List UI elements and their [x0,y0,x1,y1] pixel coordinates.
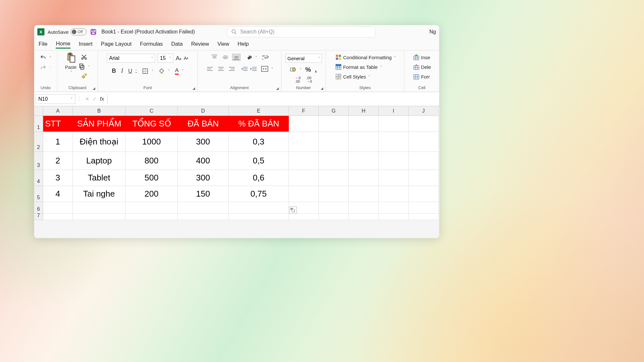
cell-E1[interactable]: % ĐÃ BÁN [229,116,289,132]
col-header-C[interactable]: C [126,106,178,116]
cell-J2[interactable] [409,132,439,152]
decrease-decimal-button[interactable]: .00→0 [307,76,312,83]
paste-button[interactable]: Paste ˅ [65,52,77,74]
increase-decimal-button[interactable]: ←0.00 [295,76,300,83]
copy-button[interactable]: ˅ [79,63,90,70]
col-header-I[interactable]: I [379,106,409,116]
cell-B5[interactable]: Tai nghe [73,186,126,202]
tab-review[interactable]: Review [191,41,209,48]
cell-D4[interactable]: 300 [178,170,229,186]
row-header-3[interactable]: 3 [34,152,43,170]
cell-B1[interactable]: SẢN PHẨM [73,116,126,132]
select-all-corner[interactable] [34,106,43,116]
cell-I1[interactable] [379,116,409,132]
row-header-1[interactable]: 1 [34,116,43,132]
cell-B3[interactable]: Laptop [73,152,126,170]
col-header-A[interactable]: A [43,106,73,116]
tab-view[interactable]: View [217,41,229,48]
row-header-7[interactable]: 7 [34,214,43,220]
cell-A4[interactable]: 3 [43,170,73,186]
cell-E5[interactable]: 0,75 [229,186,289,202]
cut-button[interactable] [81,54,87,60]
comma-format-button[interactable]: , [315,65,317,74]
cell-A5[interactable]: 4 [43,186,73,202]
tab-home[interactable]: Home [56,41,70,49]
increase-font-button[interactable]: A▴ [176,55,181,62]
alignment-dialog-launcher[interactable]: ◢ [275,86,280,90]
borders-button[interactable]: ˅ [142,68,153,74]
cell-G5[interactable] [319,186,349,202]
align-middle-button[interactable] [221,54,230,61]
cell-F2[interactable] [289,132,319,152]
row-header-2[interactable]: 2 [34,132,43,152]
cell-I6[interactable] [379,202,409,214]
cell-F7[interactable] [289,214,319,220]
cell-C5[interactable]: 200 [126,186,178,202]
cell-E4[interactable]: 0,6 [229,170,289,186]
increase-indent-button[interactable] [250,67,257,71]
font-dialog-launcher[interactable]: ◢ [192,86,196,90]
cell-G1[interactable] [319,116,349,132]
cell-I4[interactable] [379,170,409,186]
save-button[interactable] [90,28,97,35]
cancel-formula-button[interactable]: ✕ [85,96,89,102]
tab-formulas[interactable]: Formulas [140,41,163,48]
wrap-text-button[interactable]: abc [261,54,269,60]
clipboard-dialog-launcher[interactable]: ◢ [92,86,96,90]
col-header-B[interactable]: B [73,106,126,116]
row-header-6[interactable]: 6 [34,202,43,214]
cell-G7[interactable] [319,214,349,220]
italic-button[interactable]: I [121,68,123,74]
format-painter-button[interactable] [81,73,87,79]
insert-cells-button[interactable]: Inse [413,54,430,61]
font-size-select[interactable]: 15˅ [158,54,173,63]
align-top-button[interactable] [210,54,219,61]
formula-input[interactable] [107,94,439,104]
decrease-font-button[interactable]: A▾ [184,56,188,61]
cell-J5[interactable] [409,186,439,202]
row-header-4[interactable]: 4 [34,170,43,186]
align-center-button[interactable] [217,65,225,72]
cell-J6[interactable] [409,202,439,214]
cell-G2[interactable] [319,132,349,152]
cell-C7[interactable] [126,214,178,220]
cell-A1[interactable]: STT [43,116,73,132]
cell-D2[interactable]: 300 [178,132,229,152]
cell-C2[interactable]: 1000 [126,132,178,152]
percent-format-button[interactable]: % [305,66,311,73]
col-header-E[interactable]: E [229,106,289,116]
cell-E3[interactable]: 0,5 [229,152,289,170]
cell-J3[interactable] [409,152,439,170]
tab-insert[interactable]: Insert [79,41,93,48]
cell-J1[interactable] [409,116,439,132]
tab-file[interactable]: File [39,41,47,48]
fill-color-button[interactable]: ˅ [158,68,170,74]
font-color-button[interactable]: A˅ [175,67,183,75]
cell-B2[interactable]: Điện thoại [73,132,126,152]
cell-B6[interactable] [73,202,126,214]
decrease-indent-button[interactable] [241,67,248,71]
number-format-select[interactable]: General˅ [285,54,322,63]
cell-styles-button[interactable]: Cell Styles˅ [336,73,370,80]
cell-I7[interactable] [379,214,409,220]
cell-C3[interactable]: 800 [126,152,178,170]
accounting-format-button[interactable]: ˅ [290,67,301,72]
autosave-toggle[interactable]: AutoSave Off [48,28,87,35]
col-header-D[interactable]: D [178,106,229,116]
cell-I5[interactable] [379,186,409,202]
col-header-J[interactable]: J [409,106,439,116]
cell-A2[interactable]: 1 [43,132,73,152]
cell-D1[interactable]: ĐÃ BÁN [178,116,229,132]
cell-C6[interactable] [126,202,178,214]
cell-D5[interactable]: 150 [178,186,229,202]
search-input[interactable]: Search (Alt+Q) [227,26,375,37]
cell-H3[interactable] [349,152,379,170]
cell-B4[interactable]: Tablet [73,170,126,186]
cell-E7[interactable] [229,214,289,220]
cell-C4[interactable]: 500 [126,170,178,186]
tab-page-layout[interactable]: Page Layout [101,41,131,48]
align-left-button[interactable] [206,65,214,72]
align-bottom-button[interactable] [232,54,241,61]
enter-formula-button[interactable]: ✓ [92,96,97,102]
cell-A3[interactable]: 2 [43,152,73,170]
